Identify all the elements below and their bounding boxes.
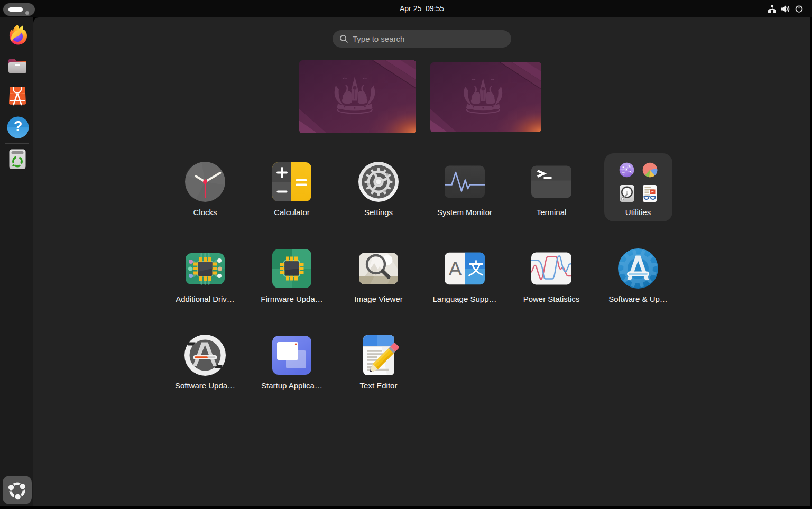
svg-text:?: ? [14,118,23,134]
svg-text:A: A [449,258,462,280]
